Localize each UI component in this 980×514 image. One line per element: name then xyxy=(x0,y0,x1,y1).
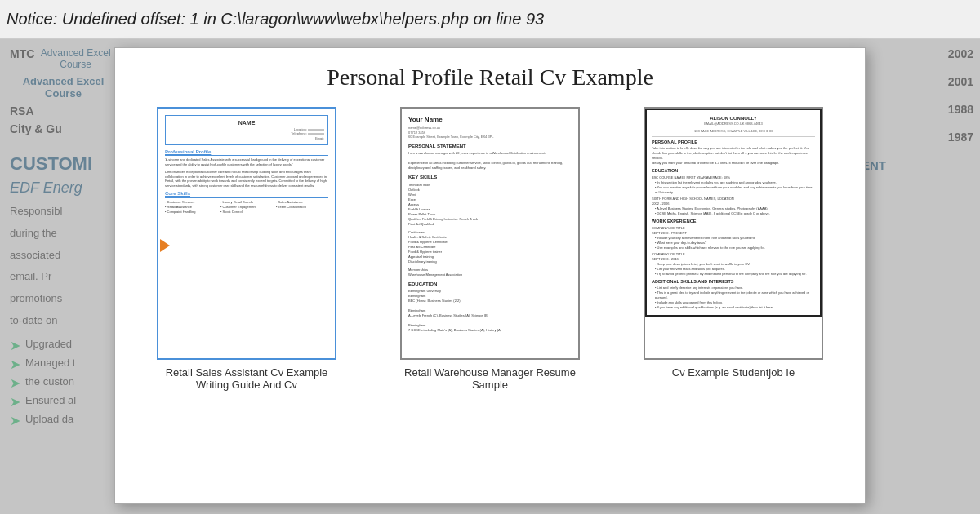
cv1-profile-title: Professional Profile xyxy=(165,148,328,156)
cv1-skills-col-3: • Sales Assistance • Team Collaboration xyxy=(276,200,328,215)
cv3-company2: COMPANY/JOB TITLESEPT 2013 - 2016 xyxy=(652,252,815,262)
cv2-content: Your Name name@address.co.uk07712 345660… xyxy=(402,109,578,339)
cv-thumbnail-2: Your Name name@address.co.uk07712 345660… xyxy=(400,107,580,360)
cv1-name: NAME xyxy=(169,119,324,127)
cv-thumbnail-3: ALISON CONNOLLY EMAIL@ADDRESS.CO.UK 0868… xyxy=(644,107,823,360)
cv1-skills-col-1: • Customer Services • Retail Assistance … xyxy=(165,200,217,215)
cv3-edu-bullet-2: • You can mention any skills you've lear… xyxy=(652,185,815,195)
cv2-name: Your Name xyxy=(408,115,572,124)
cv-samples-grid: NAME Location: xxxxxxxxxxTelephone: xxxx… xyxy=(135,107,845,391)
cv3-school-bullet-2: • GCSE Maths, English, Science (AAB). 8 … xyxy=(652,211,815,216)
cv-label-1: Retail Sales Assistant Cv Example Writin… xyxy=(157,366,336,391)
cv2-personal-stmt-title: PERSONAL STATEMENT xyxy=(408,143,572,149)
cv-label-3: Cv Example Studentjob Ie xyxy=(672,366,795,379)
cv3-email: EMAIL@ADDRESS.CO.UK 0868-44643 xyxy=(652,122,815,126)
cv-card-1: NAME Location: xxxxxxxxxxTelephone: xxxx… xyxy=(135,107,359,391)
cv3-divider-1 xyxy=(652,136,815,137)
modal-overlay: Personal Profile Retail Cv Example NAME … xyxy=(0,39,980,514)
cv3-profile-title: PERSONAL PROFILE xyxy=(652,140,815,146)
cv2-education-title: EDUCATION xyxy=(408,281,572,287)
cv3-address: 103 FAKE ADDRESS, EXAMPLE VILLAGE, EX9 3… xyxy=(652,129,815,134)
cv2-education-text: Birmingham University Birmingham BBC (Ho… xyxy=(408,289,572,333)
cv-thumbnail-1: NAME Location: xxxxxxxxxxTelephone: xxxx… xyxy=(157,107,336,360)
cv-card-2: Your Name name@address.co.uk07712 345660… xyxy=(378,107,602,391)
cv1-orange-arrow-icon xyxy=(160,239,170,252)
cv1-skills-title: Core Skills xyxy=(165,190,328,197)
cv1-skills-grid: • Customer Services • Retail Assistance … xyxy=(165,200,328,215)
cv2-certificates: Certificates Health & Safety Certificate… xyxy=(408,230,572,264)
cv-label-2: Retail Warehouse Manager Resume Sample xyxy=(400,366,580,391)
notice-bar: Notice: Undefined offset: 1 in C:\larago… xyxy=(0,0,980,39)
cv2-personal-stmt-text: I am a warehouse manager with 20 years e… xyxy=(408,151,572,171)
cv3-work2-bullet-3: • Try to avoid generic phrases: try and … xyxy=(652,272,815,277)
cv1-demonstrates: Demonstrates exceptional customer care a… xyxy=(165,170,328,188)
cv-card-3: ALISON CONNOLLY EMAIL@ADDRESS.CO.UK 0868… xyxy=(621,107,845,391)
cv1-contact: Location: xxxxxxxxxxTelephone: xxxxxxxxx… xyxy=(169,127,324,141)
cv3-add-bullet-2: • This is a great idea to try and includ… xyxy=(652,290,815,300)
cv1-profile-text: 'A sincere and dedicated Sales Associate… xyxy=(165,157,328,167)
modal-title: Personal Profile Retail Cv Example xyxy=(135,64,845,91)
cv2-memberships: Memberships Warehouse Management Associa… xyxy=(408,268,572,277)
cv1-content: NAME Location: xxxxxxxxxxTelephone: xxxx… xyxy=(158,109,335,221)
cv3-name: ALISON CONNOLLY xyxy=(652,115,815,122)
notice-text: Notice: Undefined offset: 1 in C:\larago… xyxy=(7,10,544,29)
cv2-key-skills-title: KEY SKILLS xyxy=(408,174,572,180)
cv1-header: NAME Location: xxxxxxxxxxTelephone: xxxx… xyxy=(165,115,328,145)
cv3-work-bullet-3: • Use examples and skills which are rele… xyxy=(652,246,815,250)
cv2-key-skills-text: Technical Skills OutlookWordExcelAccessF… xyxy=(408,183,572,227)
cv3-additional-title: ADDITIONAL SKILLS AND INTERESTS xyxy=(652,279,815,286)
cv3-profile-text: Take this section to briefly describe wh… xyxy=(652,146,815,166)
cv1-skills-col-2: • Luxury Retail Brands • Customer Engage… xyxy=(220,200,273,215)
cv3-content: ALISON CONNOLLY EMAIL@ADDRESS.CO.UK 0868… xyxy=(645,109,822,317)
cv3-add-bullet-4: • If you have any additional qualificati… xyxy=(652,305,815,310)
cv3-work-title: WORK EXPERIENCE xyxy=(652,219,815,225)
modal-container: Personal Profile Retail Cv Example NAME … xyxy=(114,47,866,504)
cv2-contact: name@address.co.uk07712 345660 Example S… xyxy=(408,126,572,140)
cv3-company1: COMPANY/JOB TITLESEPT 2010 - PRESENT xyxy=(652,226,815,236)
cv3-education-title: EDUCATION xyxy=(652,168,815,175)
